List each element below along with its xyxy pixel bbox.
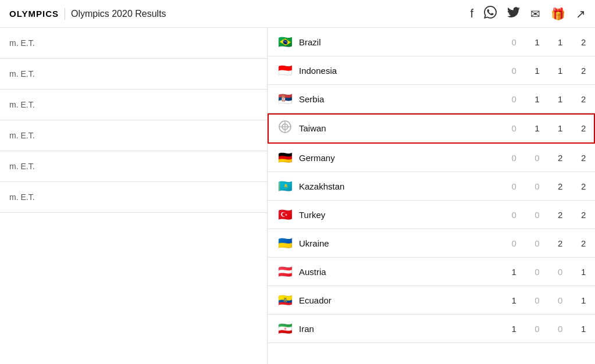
- gold-count: 0: [503, 229, 526, 258]
- silver-count: 1: [525, 113, 548, 144]
- country-cell: 🇺🇦 Ukraine: [268, 229, 503, 258]
- medal-table: 🇧🇷 Brazil 0 1 1 2 🇮🇩 Indonesia 0 1 1 2 🇷…: [268, 28, 595, 343]
- country-flag: 🇹🇷: [277, 208, 293, 222]
- bronze-count: 2: [548, 229, 572, 258]
- sidebar-item-3: m. E.T.: [0, 90, 267, 120]
- bronze-count: 1: [548, 28, 572, 56]
- table-row: Taiwan 0 1 1 2: [268, 113, 595, 144]
- whatsapp-icon[interactable]: [484, 6, 497, 22]
- country-name: Iran: [299, 324, 314, 334]
- twitter-icon[interactable]: [507, 6, 520, 22]
- medal-table-panel: 🇧🇷 Brazil 0 1 1 2 🇮🇩 Indonesia 0 1 1 2 🇷…: [268, 28, 595, 364]
- country-flag: 🇩🇪: [277, 151, 293, 165]
- country-flag: [277, 120, 293, 136]
- country-flag: 🇪🇨: [277, 293, 293, 307]
- left-sidebar: m. E.T. m. E.T. m. E.T. m. E.T. m. E.T. …: [0, 28, 268, 364]
- table-row: 🇩🇪 Germany 0 0 2 2: [268, 144, 595, 172]
- gold-count: 0: [503, 144, 526, 172]
- gift-icon[interactable]: 🎁: [551, 7, 565, 21]
- silver-count: 0: [525, 315, 548, 343]
- silver-count: 0: [525, 286, 548, 315]
- country-flag: 🇷🇸: [277, 92, 293, 106]
- bronze-count: 1: [548, 85, 572, 113]
- country-name: Ecuador: [299, 295, 332, 305]
- total-count: 1: [572, 315, 595, 343]
- table-row: 🇷🇸 Serbia 0 1 1 2: [268, 85, 595, 113]
- bronze-count: 0: [548, 315, 572, 343]
- country-flag: 🇰🇿: [277, 179, 293, 193]
- header-left: OLYMPICS Olympics 2020 Results: [9, 8, 166, 20]
- sidebar-item-5: m. E.T.: [0, 151, 267, 182]
- sidebar-item-4: m. E.T.: [0, 120, 267, 151]
- bronze-count: 0: [548, 286, 572, 315]
- breadcrumb: Olympics 2020 Results: [71, 9, 166, 19]
- country-cell: 🇦🇹 Austria: [268, 258, 503, 286]
- table-row: 🇧🇷 Brazil 0 1 1 2: [268, 28, 595, 56]
- header: OLYMPICS Olympics 2020 Results f ✉ 🎁 ↗: [0, 0, 595, 28]
- share-icon[interactable]: ↗: [576, 7, 586, 21]
- total-count: 1: [572, 286, 595, 315]
- total-count: 2: [572, 229, 595, 258]
- logo: OLYMPICS: [9, 9, 59, 19]
- table-row: 🇪🇨 Ecuador 1 0 0 1: [268, 286, 595, 315]
- total-count: 2: [572, 201, 595, 229]
- silver-count: 1: [525, 56, 548, 85]
- gold-count: 0: [503, 56, 526, 85]
- table-row: 🇮🇷 Iran 1 0 0 1: [268, 315, 595, 343]
- sidebar-item-6: m. E.T.: [0, 182, 267, 213]
- country-cell: 🇮🇷 Iran: [268, 315, 503, 343]
- bronze-count: 2: [548, 201, 572, 229]
- country-cell: 🇹🇷 Turkey: [268, 201, 503, 229]
- facebook-icon[interactable]: f: [470, 7, 473, 20]
- main-container: m. E.T. m. E.T. m. E.T. m. E.T. m. E.T. …: [0, 28, 595, 364]
- total-count: 2: [572, 85, 595, 113]
- country-cell: 🇩🇪 Germany: [268, 144, 503, 172]
- header-icons: f ✉ 🎁 ↗: [470, 6, 586, 22]
- total-count: 2: [572, 56, 595, 85]
- gold-count: 0: [503, 201, 526, 229]
- country-cell: 🇷🇸 Serbia: [268, 85, 503, 113]
- country-flag: 🇮🇷: [277, 322, 293, 336]
- gold-count: 0: [503, 113, 526, 144]
- total-count: 1: [572, 258, 595, 286]
- country-cell: 🇪🇨 Ecuador: [268, 286, 503, 315]
- silver-count: 0: [525, 201, 548, 229]
- country-name: Taiwan: [299, 123, 326, 133]
- country-flag: 🇺🇦: [277, 236, 293, 250]
- silver-count: 0: [525, 144, 548, 172]
- silver-count: 1: [525, 28, 548, 56]
- table-row: 🇮🇩 Indonesia 0 1 1 2: [268, 56, 595, 85]
- total-count: 2: [572, 28, 595, 56]
- country-name: Kazakhstan: [299, 181, 344, 191]
- gold-count: 1: [503, 258, 526, 286]
- country-name: Germany: [299, 153, 335, 163]
- country-flag: 🇮🇩: [277, 63, 293, 77]
- header-divider: [65, 8, 65, 20]
- country-flag: 🇦🇹: [277, 265, 293, 279]
- sidebar-item-1: m. E.T.: [0, 28, 267, 59]
- silver-count: 0: [525, 172, 548, 201]
- silver-count: 0: [525, 258, 548, 286]
- country-name: Serbia: [299, 94, 324, 104]
- sidebar-item-2: m. E.T.: [0, 59, 267, 90]
- table-row: 🇹🇷 Turkey 0 0 2 2: [268, 201, 595, 229]
- country-name: Ukraine: [299, 238, 329, 248]
- total-count: 2: [572, 172, 595, 201]
- country-name: Indonesia: [299, 66, 337, 76]
- gold-count: 0: [503, 85, 526, 113]
- country-cell: 🇰🇿 Kazakhstan: [268, 172, 503, 201]
- email-icon[interactable]: ✉: [530, 7, 540, 21]
- country-cell: 🇧🇷 Brazil: [268, 28, 503, 56]
- country-flag: 🇧🇷: [277, 35, 293, 49]
- silver-count: 1: [525, 85, 548, 113]
- total-count: 2: [572, 113, 595, 144]
- bronze-count: 2: [548, 172, 572, 201]
- bronze-count: 2: [548, 144, 572, 172]
- country-cell: 🇮🇩 Indonesia: [268, 56, 503, 85]
- gold-count: 1: [503, 315, 526, 343]
- table-row: 🇺🇦 Ukraine 0 0 2 2: [268, 229, 595, 258]
- bronze-count: 1: [548, 56, 572, 85]
- country-name: Turkey: [299, 210, 325, 220]
- gold-count: 0: [503, 28, 526, 56]
- bronze-count: 1: [548, 113, 572, 144]
